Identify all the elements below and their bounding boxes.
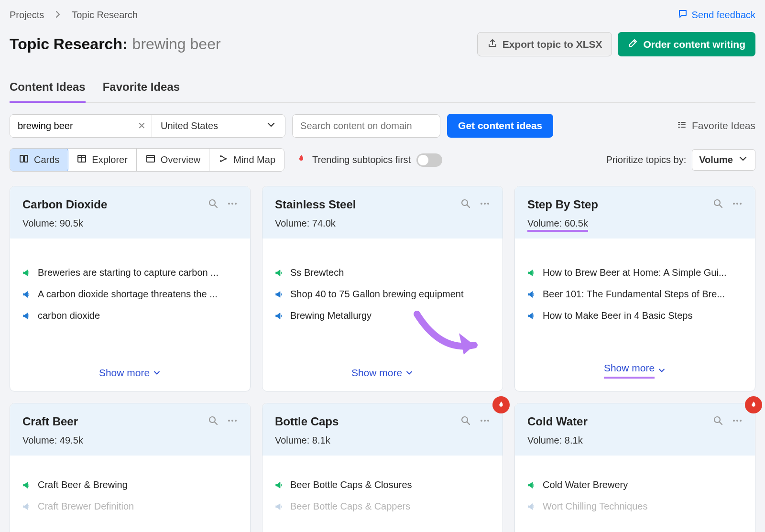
card-header: Craft Beer Volume: 49.5k [10, 403, 250, 456]
card-title: Cold Water [527, 415, 588, 428]
topic-input[interactable] [10, 115, 132, 137]
topic-card[interactable]: Craft Beer Volume: 49.5k Craft Beer & Br… [10, 403, 251, 532]
country-value: United States [161, 120, 218, 131]
headline-text: Cold Water Brewery [543, 479, 628, 490]
card-title: Bottle Caps [275, 415, 339, 428]
card-title: Craft Beer [22, 415, 78, 428]
megaphone-icon [275, 480, 284, 490]
show-more-link[interactable]: Show more [262, 358, 503, 391]
table-icon [76, 153, 87, 166]
more-icon[interactable] [732, 415, 743, 428]
headline-item[interactable]: carbon dioxide [22, 310, 238, 321]
topic-country-input-group: ✕ United States [10, 114, 285, 138]
headline-item[interactable]: How to Brew Beer at Home: A Simple Gui..… [527, 267, 743, 278]
card-title: Carbon Dioxide [22, 198, 107, 211]
domain-search-input[interactable] [292, 114, 440, 138]
more-icon[interactable] [732, 198, 743, 211]
card-header: Bottle Caps Volume: 8.1k [262, 403, 503, 456]
search-icon[interactable] [460, 415, 471, 428]
clear-topic-button[interactable]: ✕ [132, 115, 152, 137]
card-header: Cold Water Volume: 8.1k [515, 403, 755, 456]
card-body: Ss Brewtech Shop 40 to 75 Gallon brewing… [262, 239, 503, 358]
trending-toggle[interactable] [416, 153, 442, 167]
headline-item[interactable]: Craft Beer & Brewing [22, 479, 238, 490]
breadcrumb: Projects Topic Research [10, 9, 138, 22]
show-more-link[interactable]: Show more [10, 358, 250, 391]
search-icon[interactable] [713, 198, 723, 211]
megaphone-icon [22, 311, 32, 321]
headline-text: Ss Brewtech [290, 267, 344, 278]
headline-item[interactable]: Wort Chilling Techniques [527, 501, 743, 512]
view-explorer[interactable]: Explorer [68, 149, 136, 171]
show-more-link[interactable]: Show more [515, 354, 755, 391]
more-icon[interactable] [480, 415, 490, 428]
headline-item[interactable]: Beer Bottle Caps & Closures [275, 479, 490, 490]
megaphone-icon [527, 311, 537, 321]
more-icon[interactable] [227, 198, 238, 211]
order-button-label: Order content writing [643, 39, 745, 50]
export-button-label: Export topic to XLSX [503, 39, 602, 50]
headline-item[interactable]: A carbon dioxide shortage threatens the … [22, 289, 238, 300]
topic-card[interactable]: Cold Water Volume: 8.1k Cold Water Brewe… [514, 403, 755, 532]
headline-text: Craft Beer & Brewing [38, 479, 128, 490]
card-body: How to Brew Beer at Home: A Simple Gui..… [515, 239, 755, 354]
view-cards[interactable]: Cards [10, 148, 68, 172]
headline-item[interactable]: Breweries are starting to capture carbon… [22, 267, 238, 278]
send-feedback-link[interactable]: Send feedback [678, 9, 755, 22]
headline-item[interactable]: How to Make Beer in 4 Basic Steps [527, 310, 743, 321]
headline-item[interactable]: Craft Brewer Definition [22, 501, 238, 512]
search-icon[interactable] [208, 415, 219, 428]
trending-badge [492, 396, 510, 413]
breadcrumb-projects[interactable]: Projects [10, 10, 44, 21]
view-overview[interactable]: Overview [137, 149, 209, 171]
card-volume: Volume: 8.1k [275, 435, 490, 446]
topic-card[interactable]: Stainless Steel Volume: 74.0k Ss Brewtec… [262, 186, 503, 391]
view-mindmap[interactable]: Mind Map [209, 149, 284, 171]
card-volume: Volume: 8.1k [527, 435, 743, 446]
edit-icon [628, 38, 638, 51]
overview-icon [145, 153, 156, 166]
card-header: Step By Step Volume: 60.5k [515, 186, 755, 239]
breadcrumb-current: Topic Research [72, 10, 138, 21]
page-title: Topic Research: brewing beer [10, 35, 221, 53]
more-icon[interactable] [227, 415, 238, 428]
page-title-label: Topic Research: [10, 35, 128, 53]
headline-text: Wort Chilling Techniques [543, 501, 647, 512]
headline-text: carbon dioxide [38, 310, 100, 321]
headline-text: Beer Bottle Caps & Cappers [290, 501, 410, 512]
view-cards-label: Cards [34, 154, 59, 165]
tab-favorite-ideas[interactable]: Favorite Ideas [103, 80, 180, 102]
page-title-topic: brewing beer [132, 35, 221, 53]
export-xlsx-button[interactable]: Export topic to XLSX [477, 32, 612, 56]
headline-item[interactable]: Brewing Metallurgy [275, 310, 490, 321]
favorite-ideas-link[interactable]: Favorite Ideas [677, 119, 755, 132]
order-content-button[interactable]: Order content writing [618, 32, 755, 56]
get-content-ideas-button[interactable]: Get content ideas [447, 114, 553, 138]
headline-item[interactable]: Shop 40 to 75 Gallon brewing equipment [275, 289, 490, 300]
headline-item[interactable]: Beer 101: The Fundamental Steps of Bre..… [527, 289, 743, 300]
search-icon[interactable] [460, 198, 471, 211]
headline-item[interactable]: Cold Water Brewery [527, 479, 743, 490]
country-select[interactable]: United States [152, 115, 285, 137]
search-icon[interactable] [208, 198, 219, 211]
megaphone-icon [22, 290, 32, 299]
search-icon[interactable] [713, 415, 723, 428]
chevron-right-icon [53, 9, 63, 22]
tab-content-ideas[interactable]: Content Ideas [10, 80, 86, 103]
headline-text: Brewing Metallurgy [290, 310, 372, 321]
more-icon[interactable] [480, 198, 490, 211]
megaphone-icon [527, 290, 537, 299]
megaphone-icon [275, 502, 284, 511]
card-volume: Volume: 90.5k [22, 218, 238, 229]
list-icon [677, 119, 687, 132]
topic-card[interactable]: Carbon Dioxide Volume: 90.5k Breweries a… [10, 186, 251, 391]
topic-card[interactable]: Step By Step Volume: 60.5k How to Brew B… [514, 186, 755, 391]
headline-item[interactable]: Ss Brewtech [275, 267, 490, 278]
topic-card[interactable]: Bottle Caps Volume: 8.1k Beer Bottle Cap… [262, 403, 503, 532]
chevron-down-icon [738, 153, 748, 166]
trending-toggle-group: Trending subtopics first [296, 153, 442, 167]
headline-item[interactable]: Beer Bottle Caps & Cappers [275, 501, 490, 512]
prioritize-select[interactable]: Volume [692, 149, 755, 171]
card-body: Craft Beer & Brewing Craft Brewer Defini… [10, 456, 250, 532]
prioritize-label: Prioritize topics by: [606, 154, 686, 165]
